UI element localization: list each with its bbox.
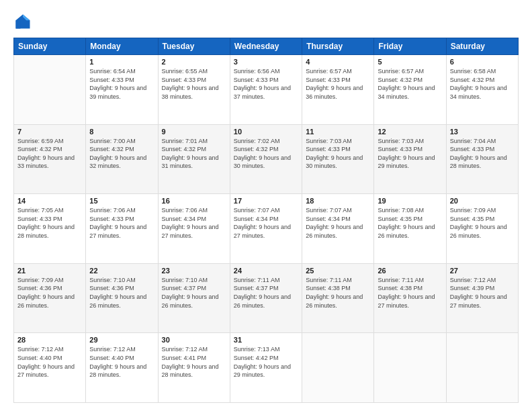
day-number: 11 (306, 128, 370, 136)
calendar-cell: 27Sunrise: 7:12 AMSunset: 4:39 PMDayligh… (446, 263, 518, 333)
day-number: 3 (234, 58, 298, 66)
day-number: 5 (378, 58, 442, 66)
day-info: Sunrise: 7:05 AMSunset: 4:33 PMDaylight:… (17, 206, 82, 240)
day-info: Sunrise: 7:11 AMSunset: 4:38 PMDaylight:… (378, 276, 442, 310)
calendar-cell: 18Sunrise: 7:07 AMSunset: 4:34 PMDayligh… (302, 194, 374, 264)
calendar-cell: 10Sunrise: 7:02 AMSunset: 4:32 PMDayligh… (230, 124, 302, 194)
day-info: Sunrise: 7:01 AMSunset: 4:32 PMDaylight:… (162, 137, 226, 171)
day-info: Sunrise: 6:56 AMSunset: 4:33 PMDaylight:… (234, 67, 298, 101)
weekday-header: Tuesday (158, 38, 230, 55)
weekday-header: Sunday (14, 38, 86, 55)
day-info: Sunrise: 7:03 AMSunset: 4:33 PMDaylight:… (378, 137, 442, 171)
calendar-cell: 2Sunrise: 6:55 AMSunset: 4:33 PMDaylight… (158, 55, 230, 125)
calendar-cell: 21Sunrise: 7:09 AMSunset: 4:36 PMDayligh… (14, 263, 86, 333)
day-number: 7 (17, 128, 82, 136)
logo (13, 12, 35, 31)
day-number: 17 (234, 197, 298, 205)
day-info: Sunrise: 7:07 AMSunset: 4:34 PMDaylight:… (234, 206, 298, 240)
day-number: 18 (306, 197, 370, 205)
page: SundayMondayTuesdayWednesdayThursdayFrid… (0, 0, 532, 411)
day-number: 24 (234, 267, 298, 275)
day-info: Sunrise: 7:09 AMSunset: 4:36 PMDaylight:… (17, 276, 82, 310)
weekday-header: Thursday (302, 38, 374, 55)
day-number: 9 (162, 128, 226, 136)
day-info: Sunrise: 6:59 AMSunset: 4:32 PMDaylight:… (17, 137, 82, 171)
day-number: 29 (89, 336, 154, 344)
calendar-cell: 31Sunrise: 7:13 AMSunset: 4:42 PMDayligh… (230, 333, 302, 403)
calendar-cell: 5Sunrise: 6:57 AMSunset: 4:32 PMDaylight… (374, 55, 446, 125)
day-info: Sunrise: 7:12 AMSunset: 4:41 PMDaylight:… (162, 345, 226, 379)
calendar-cell: 19Sunrise: 7:08 AMSunset: 4:35 PMDayligh… (374, 194, 446, 264)
day-info: Sunrise: 7:10 AMSunset: 4:37 PMDaylight:… (162, 276, 226, 310)
calendar-cell: 26Sunrise: 7:11 AMSunset: 4:38 PMDayligh… (374, 263, 446, 333)
day-number: 20 (450, 197, 515, 205)
calendar-week-row: 28Sunrise: 7:12 AMSunset: 4:40 PMDayligh… (14, 333, 519, 403)
day-number: 21 (17, 267, 82, 275)
day-number: 31 (234, 336, 298, 344)
calendar-table: SundayMondayTuesdayWednesdayThursdayFrid… (13, 38, 519, 403)
day-info: Sunrise: 7:03 AMSunset: 4:33 PMDaylight:… (306, 137, 370, 171)
calendar-cell: 25Sunrise: 7:11 AMSunset: 4:38 PMDayligh… (302, 263, 374, 333)
calendar-cell: 8Sunrise: 7:00 AMSunset: 4:32 PMDaylight… (86, 124, 158, 194)
day-number: 12 (378, 128, 442, 136)
calendar-cell: 22Sunrise: 7:10 AMSunset: 4:36 PMDayligh… (86, 263, 158, 333)
calendar-week-row: 14Sunrise: 7:05 AMSunset: 4:33 PMDayligh… (14, 194, 519, 264)
day-info: Sunrise: 6:57 AMSunset: 4:32 PMDaylight:… (378, 67, 442, 101)
day-info: Sunrise: 7:00 AMSunset: 4:32 PMDaylight:… (89, 137, 154, 171)
calendar-cell: 9Sunrise: 7:01 AMSunset: 4:32 PMDaylight… (158, 124, 230, 194)
day-info: Sunrise: 7:11 AMSunset: 4:38 PMDaylight:… (306, 276, 370, 310)
day-info: Sunrise: 6:55 AMSunset: 4:33 PMDaylight:… (162, 67, 226, 101)
weekday-header: Wednesday (230, 38, 302, 55)
day-number: 27 (450, 267, 515, 275)
day-number: 15 (89, 197, 154, 205)
day-info: Sunrise: 7:08 AMSunset: 4:35 PMDaylight:… (378, 206, 442, 240)
day-info: Sunrise: 7:10 AMSunset: 4:36 PMDaylight:… (89, 276, 154, 310)
day-number: 30 (162, 336, 226, 344)
day-info: Sunrise: 7:12 AMSunset: 4:39 PMDaylight:… (450, 276, 515, 310)
weekday-header: Friday (374, 38, 446, 55)
weekday-header: Monday (86, 38, 158, 55)
day-number: 23 (162, 267, 226, 275)
day-number: 19 (378, 197, 442, 205)
day-info: Sunrise: 7:02 AMSunset: 4:32 PMDaylight:… (234, 137, 298, 171)
calendar-cell: 12Sunrise: 7:03 AMSunset: 4:33 PMDayligh… (374, 124, 446, 194)
calendar-cell (14, 55, 86, 125)
calendar-cell (446, 333, 518, 403)
calendar-cell: 7Sunrise: 6:59 AMSunset: 4:32 PMDaylight… (14, 124, 86, 194)
day-info: Sunrise: 7:06 AMSunset: 4:34 PMDaylight:… (162, 206, 226, 240)
calendar-cell: 4Sunrise: 6:57 AMSunset: 4:33 PMDaylight… (302, 55, 374, 125)
calendar-cell: 20Sunrise: 7:09 AMSunset: 4:35 PMDayligh… (446, 194, 518, 264)
calendar-cell: 13Sunrise: 7:04 AMSunset: 4:33 PMDayligh… (446, 124, 518, 194)
calendar-cell: 28Sunrise: 7:12 AMSunset: 4:40 PMDayligh… (14, 333, 86, 403)
calendar-cell: 29Sunrise: 7:12 AMSunset: 4:40 PMDayligh… (86, 333, 158, 403)
day-number: 22 (89, 267, 154, 275)
calendar-cell (302, 333, 374, 403)
svg-rect-2 (16, 20, 21, 28)
day-number: 10 (234, 128, 298, 136)
calendar-cell: 6Sunrise: 6:58 AMSunset: 4:32 PMDaylight… (446, 55, 518, 125)
day-info: Sunrise: 7:07 AMSunset: 4:34 PMDaylight:… (306, 206, 370, 240)
day-number: 6 (450, 58, 515, 66)
day-info: Sunrise: 7:12 AMSunset: 4:40 PMDaylight:… (89, 345, 154, 379)
calendar-week-row: 1Sunrise: 6:54 AMSunset: 4:33 PMDaylight… (14, 55, 519, 125)
calendar-cell: 15Sunrise: 7:06 AMSunset: 4:33 PMDayligh… (86, 194, 158, 264)
day-info: Sunrise: 7:04 AMSunset: 4:33 PMDaylight:… (450, 137, 515, 171)
day-info: Sunrise: 7:13 AMSunset: 4:42 PMDaylight:… (234, 345, 298, 379)
calendar-cell: 3Sunrise: 6:56 AMSunset: 4:33 PMDaylight… (230, 55, 302, 125)
day-info: Sunrise: 6:54 AMSunset: 4:33 PMDaylight:… (89, 67, 154, 101)
calendar-cell (374, 333, 446, 403)
calendar-week-row: 21Sunrise: 7:09 AMSunset: 4:36 PMDayligh… (14, 263, 519, 333)
day-number: 4 (306, 58, 370, 66)
day-number: 13 (450, 128, 515, 136)
day-number: 8 (89, 128, 154, 136)
calendar-week-row: 7Sunrise: 6:59 AMSunset: 4:32 PMDaylight… (14, 124, 519, 194)
day-info: Sunrise: 7:12 AMSunset: 4:40 PMDaylight:… (17, 345, 82, 379)
weekday-header: Saturday (446, 38, 518, 55)
logo-icon (13, 12, 32, 31)
day-info: Sunrise: 6:57 AMSunset: 4:33 PMDaylight:… (306, 67, 370, 101)
day-number: 16 (162, 197, 226, 205)
day-info: Sunrise: 7:09 AMSunset: 4:35 PMDaylight:… (450, 206, 515, 240)
day-number: 14 (17, 197, 82, 205)
calendar-cell: 14Sunrise: 7:05 AMSunset: 4:33 PMDayligh… (14, 194, 86, 264)
day-number: 28 (17, 336, 82, 344)
